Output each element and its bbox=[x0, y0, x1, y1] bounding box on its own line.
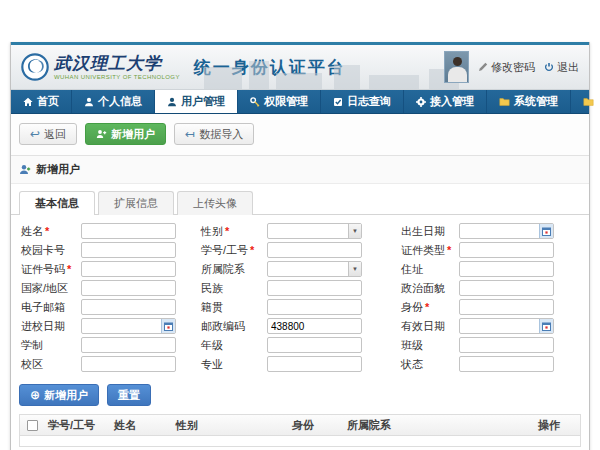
header-user-area: 修改密码 退出 bbox=[444, 51, 579, 83]
campus-card-input[interactable] bbox=[81, 242, 176, 258]
class-input[interactable] bbox=[459, 337, 554, 353]
campus-input[interactable] bbox=[81, 356, 176, 372]
major-input[interactable] bbox=[267, 356, 362, 372]
section-header: 新增用户 bbox=[11, 156, 589, 184]
status-label: 状态 bbox=[401, 357, 459, 372]
address-label: 住址 bbox=[401, 262, 459, 277]
section-title: 新增用户 bbox=[36, 162, 80, 177]
nav-item-home[interactable]: 首页 bbox=[11, 90, 72, 113]
nav-item-profile[interactable]: 个人信息 bbox=[72, 90, 155, 113]
col-name: 姓名 bbox=[110, 418, 172, 433]
calendar-icon[interactable] bbox=[539, 224, 553, 238]
nav-item-subscription[interactable]: 订阅管理 bbox=[571, 90, 600, 113]
id-type-label: 证件类型* bbox=[401, 243, 459, 258]
add-user-icon bbox=[96, 129, 107, 139]
study-length-label: 学制 bbox=[21, 338, 81, 353]
major-label: 专业 bbox=[201, 357, 267, 372]
tab-upload-avatar[interactable]: 上传头像 bbox=[177, 191, 253, 215]
col-student-id: 学号/工号 bbox=[44, 418, 110, 433]
native-place-input[interactable] bbox=[267, 299, 362, 315]
country-label: 国家/地区 bbox=[21, 281, 81, 296]
status-input[interactable] bbox=[459, 356, 554, 372]
identity-label: 身份* bbox=[401, 300, 459, 315]
id-type-input[interactable] bbox=[459, 242, 554, 258]
campus-label: 校区 bbox=[21, 357, 81, 372]
class-label: 班级 bbox=[401, 338, 459, 353]
chevron-down-icon: ▼ bbox=[348, 262, 361, 276]
logout-link[interactable]: 退出 bbox=[544, 60, 579, 75]
valid-date-label: 有效日期 bbox=[401, 319, 459, 334]
ethnicity-input[interactable] bbox=[267, 280, 362, 296]
app-window: 武汉理工大学 WUHAN UNIVERSITY OF TECHNOLOGY 统一… bbox=[10, 42, 590, 450]
person-icon bbox=[84, 97, 94, 107]
user-avatar[interactable] bbox=[444, 51, 469, 83]
main-nav: 首页 个人信息 用户管理 权限管理 日志查询 bbox=[11, 90, 589, 114]
identity-input[interactable] bbox=[459, 299, 554, 315]
nav-item-logs[interactable]: 日志查询 bbox=[321, 90, 404, 113]
new-user-button[interactable]: 新增用户 bbox=[85, 123, 166, 145]
tab-bar: 基本信息 扩展信息 上传头像 bbox=[11, 184, 589, 215]
table-header-row: 学号/工号 姓名 性别 身份 所属院系 操作 bbox=[20, 415, 580, 436]
student-id-input[interactable] bbox=[267, 242, 362, 258]
data-import-button[interactable]: ↤ 数据导入 bbox=[174, 123, 254, 145]
political-status-label: 政治面貌 bbox=[401, 281, 459, 296]
person-icon bbox=[167, 97, 177, 107]
tab-basic-info[interactable]: 基本信息 bbox=[19, 191, 95, 215]
folder-icon bbox=[499, 97, 510, 107]
add-user-submit-button[interactable]: ⊕ 新增用户 bbox=[19, 384, 99, 406]
change-password-link[interactable]: 修改密码 bbox=[478, 60, 535, 75]
table-body-empty bbox=[20, 436, 580, 446]
tab-extended-info[interactable]: 扩展信息 bbox=[98, 191, 174, 215]
grade-input[interactable] bbox=[267, 337, 362, 353]
university-name-cn: 武汉理工大学 bbox=[54, 55, 180, 72]
calendar-icon[interactable] bbox=[539, 319, 553, 333]
id-number-label: 证件号码* bbox=[21, 262, 81, 277]
id-number-input[interactable] bbox=[81, 261, 176, 277]
col-department: 所属院系 bbox=[343, 418, 534, 433]
new-user-section-icon bbox=[19, 164, 31, 175]
postal-code-label: 邮政编码 bbox=[201, 319, 267, 334]
enroll-date-label: 进校日期 bbox=[21, 319, 81, 334]
native-place-label: 籍贯 bbox=[201, 300, 267, 315]
form-actions: ⊕ 新增用户 重置 bbox=[11, 378, 589, 414]
header-banner: 武汉理工大学 WUHAN UNIVERSITY OF TECHNOLOGY 统一… bbox=[11, 45, 589, 90]
birth-date-label: 出生日期 bbox=[401, 224, 459, 239]
folder-icon bbox=[583, 97, 594, 107]
country-input[interactable] bbox=[81, 280, 176, 296]
postal-code-input[interactable] bbox=[267, 318, 362, 334]
university-logo-icon bbox=[21, 53, 49, 81]
campus-card-label: 校园卡号 bbox=[21, 243, 81, 258]
gender-select[interactable]: ▼ bbox=[267, 223, 362, 239]
name-input[interactable] bbox=[81, 223, 176, 239]
political-status-input[interactable] bbox=[459, 280, 554, 296]
department-select[interactable]: ▼ bbox=[267, 261, 362, 277]
portal-title: 统一身份认证平台 bbox=[194, 56, 346, 79]
nav-item-access[interactable]: 接入管理 bbox=[404, 90, 487, 113]
back-button[interactable]: ↩ 返回 bbox=[19, 123, 77, 145]
calendar-icon[interactable] bbox=[161, 319, 175, 333]
col-operation: 操作 bbox=[534, 418, 580, 433]
university-logotype: 武汉理工大学 WUHAN UNIVERSITY OF TECHNOLOGY bbox=[54, 55, 180, 80]
nav-item-system[interactable]: 系统管理 bbox=[487, 90, 571, 113]
university-name-en: WUHAN UNIVERSITY OF TECHNOLOGY bbox=[54, 74, 180, 80]
col-gender: 性别 bbox=[172, 418, 288, 433]
address-input[interactable] bbox=[459, 261, 554, 277]
department-label: 所属院系 bbox=[201, 262, 267, 277]
chevron-down-icon: ▼ bbox=[348, 224, 361, 238]
user-table: 学号/工号 姓名 性别 身份 所属院系 操作 bbox=[19, 414, 581, 447]
clipboard-check-icon bbox=[333, 97, 343, 107]
plus-circle-icon: ⊕ bbox=[30, 389, 40, 401]
home-icon bbox=[23, 97, 33, 107]
gender-label: 性别* bbox=[201, 224, 267, 239]
email-label: 电子邮箱 bbox=[21, 300, 81, 315]
study-length-input[interactable] bbox=[81, 337, 176, 353]
ethnicity-label: 民族 bbox=[201, 281, 267, 296]
select-all-checkbox[interactable] bbox=[27, 420, 38, 431]
back-arrow-icon: ↩ bbox=[30, 128, 40, 140]
nav-item-user-management[interactable]: 用户管理 bbox=[155, 90, 238, 113]
toolbar: ↩ 返回 新增用户 ↤ 数据导入 bbox=[11, 114, 589, 156]
email-input[interactable] bbox=[81, 299, 176, 315]
nav-item-permissions[interactable]: 权限管理 bbox=[238, 90, 321, 113]
reset-button[interactable]: 重置 bbox=[107, 384, 151, 406]
key-icon bbox=[250, 97, 260, 107]
